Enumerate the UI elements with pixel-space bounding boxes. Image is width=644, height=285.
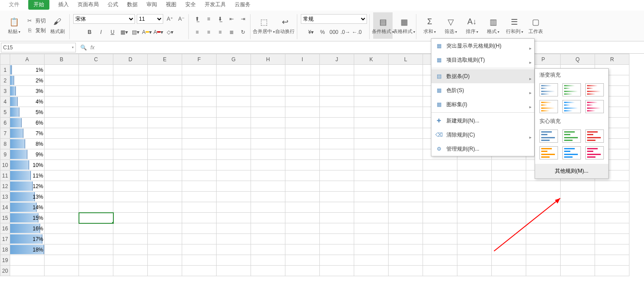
col-header-L[interactable]: L: [389, 54, 423, 65]
cell-E20[interactable]: [148, 266, 182, 276]
cell-E10[interactable]: [148, 160, 182, 170]
cell-A9[interactable]: 9%: [10, 149, 45, 160]
cell-O19[interactable]: [492, 255, 526, 266]
cell-H5[interactable]: [251, 107, 285, 118]
cell-L17[interactable]: [389, 234, 423, 244]
cell-M15[interactable]: [423, 213, 457, 223]
cell-K4[interactable]: [354, 96, 389, 107]
cell-B13[interactable]: [45, 192, 79, 202]
col-header-A[interactable]: A: [10, 54, 45, 65]
row-header-11[interactable]: 11: [0, 170, 10, 181]
row-header-13[interactable]: 13: [0, 192, 10, 202]
cell-D20[interactable]: [113, 266, 148, 276]
cell-I9[interactable]: [285, 149, 320, 160]
cell-C2[interactable]: [79, 75, 113, 86]
cell-D6[interactable]: [113, 118, 148, 128]
font-color-button[interactable]: A▾: [142, 27, 152, 37]
cell-R13[interactable]: [595, 192, 629, 202]
menu-highlight-rules[interactable]: ▦突出显示单元格规则(H): [431, 39, 534, 53]
cell-B14[interactable]: [45, 202, 79, 213]
conditional-format-button[interactable]: ▤条件格式: [373, 12, 393, 39]
cell-C13[interactable]: [79, 192, 113, 202]
row-header-12[interactable]: 12: [0, 181, 10, 192]
col-header-C[interactable]: C: [79, 54, 113, 65]
cell-L6[interactable]: [389, 118, 423, 128]
row-header-15[interactable]: 15: [0, 213, 10, 223]
cell-F12[interactable]: [182, 181, 217, 192]
cell-C16[interactable]: [79, 223, 113, 234]
row-header-17[interactable]: 17: [0, 234, 10, 244]
cell-E3[interactable]: [148, 86, 182, 96]
row-header-18[interactable]: 18: [0, 244, 10, 255]
cell-P19[interactable]: [526, 255, 561, 266]
cell-O14[interactable]: [492, 202, 526, 213]
cell-D17[interactable]: [113, 234, 148, 244]
cell-G3[interactable]: [217, 86, 251, 96]
cell-F11[interactable]: [182, 170, 217, 181]
cell-I5[interactable]: [285, 107, 320, 118]
cell-N20[interactable]: [457, 266, 492, 276]
cell-R20[interactable]: [595, 266, 629, 276]
cell-I4[interactable]: [285, 96, 320, 107]
cell-L18[interactable]: [389, 244, 423, 255]
cell-I6[interactable]: [285, 118, 320, 128]
cell-G17[interactable]: [217, 234, 251, 244]
rowcol-button[interactable]: ☰行和列: [505, 12, 524, 39]
cell-B8[interactable]: [45, 139, 79, 149]
dec-decimal-button[interactable]: ←.0: [352, 27, 362, 37]
clear-format-button[interactable]: ◇▾: [165, 27, 175, 37]
cell-R16[interactable]: [595, 223, 629, 234]
col-header-K[interactable]: K: [354, 54, 389, 65]
row-header-5[interactable]: 5: [0, 107, 10, 118]
cell-N19[interactable]: [457, 255, 492, 266]
gradient-swatch-2[interactable]: [585, 100, 604, 113]
cell-J18[interactable]: [320, 244, 354, 255]
format-button[interactable]: ▥格式: [483, 12, 503, 39]
cell-G16[interactable]: [217, 223, 251, 234]
cell-L9[interactable]: [389, 149, 423, 160]
cell-H1[interactable]: [251, 65, 285, 75]
cell-C15[interactable]: [79, 213, 113, 223]
cell-Q17[interactable]: [561, 234, 595, 244]
italic-button[interactable]: I: [96, 27, 106, 37]
cell-O18[interactable]: [492, 244, 526, 255]
cell-A6[interactable]: 6%: [10, 118, 45, 128]
cell-O11[interactable]: [492, 170, 526, 181]
cell-K9[interactable]: [354, 149, 389, 160]
cell-P18[interactable]: [526, 244, 561, 255]
solid-swatch-1[interactable]: [562, 130, 581, 143]
cell-L10[interactable]: [389, 160, 423, 170]
cell-Q13[interactable]: [561, 192, 595, 202]
cell-A13[interactable]: 13%: [10, 192, 45, 202]
cell-E8[interactable]: [148, 139, 182, 149]
cell-C19[interactable]: [79, 255, 113, 266]
cell-J8[interactable]: [320, 139, 354, 149]
align-top-button[interactable]: ⬆̲: [192, 14, 202, 24]
cell-E6[interactable]: [148, 118, 182, 128]
cell-L5[interactable]: [389, 107, 423, 118]
align-bottom-button[interactable]: ⬇̲: [215, 14, 225, 24]
cell-L2[interactable]: [389, 75, 423, 86]
tab-security[interactable]: 安全: [185, 1, 196, 8]
inc-decimal-button[interactable]: .0→: [341, 27, 350, 37]
cell-C14[interactable]: [79, 202, 113, 213]
cell-G12[interactable]: [217, 181, 251, 192]
align-center-button[interactable]: ≡: [204, 27, 213, 37]
cell-Q18[interactable]: [561, 244, 595, 255]
cell-G11[interactable]: [217, 170, 251, 181]
cell-K7[interactable]: [354, 128, 389, 139]
cell-H19[interactable]: [251, 255, 285, 266]
solid-swatch-0[interactable]: [539, 130, 558, 143]
cell-O10[interactable]: [492, 160, 526, 170]
cell-B5[interactable]: [45, 107, 79, 118]
cell-C3[interactable]: [79, 86, 113, 96]
cell-L8[interactable]: [389, 139, 423, 149]
cell-Q20[interactable]: [561, 266, 595, 276]
cell-B4[interactable]: [45, 96, 79, 107]
col-header-I[interactable]: I: [285, 54, 320, 65]
cell-N14[interactable]: [457, 202, 492, 213]
cell-C6[interactable]: [79, 118, 113, 128]
cell-B12[interactable]: [45, 181, 79, 192]
cell-K16[interactable]: [354, 223, 389, 234]
row-header-1[interactable]: 1: [0, 65, 10, 75]
